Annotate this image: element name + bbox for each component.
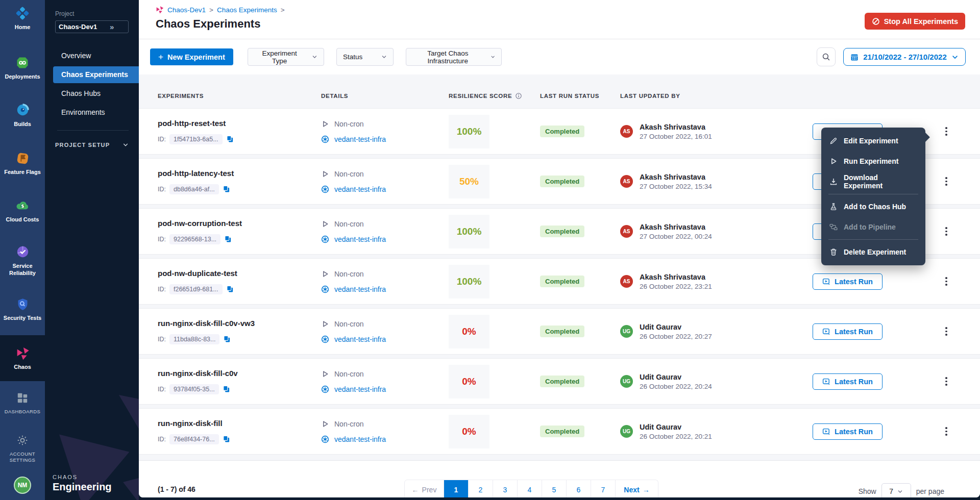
target-infrastructure-filter[interactable]: Target Chaos Infrastructure bbox=[406, 48, 502, 66]
next-page-button[interactable]: Next → bbox=[616, 480, 658, 497]
row-menu-button[interactable] bbox=[940, 224, 952, 239]
stop-all-experiments-button[interactable]: Stop All Experiments bbox=[865, 13, 965, 30]
kubernetes-icon bbox=[321, 185, 329, 193]
run-view-icon bbox=[822, 378, 830, 386]
infrastructure-link[interactable]: vedant-test-infra bbox=[334, 285, 386, 293]
rail-item-builds[interactable]: Builds bbox=[0, 97, 45, 133]
row-menu-button[interactable] bbox=[940, 374, 952, 389]
rail-item-feature-flags[interactable]: Feature Flags bbox=[0, 145, 45, 181]
row-menu-button[interactable] bbox=[940, 274, 952, 289]
copy-icon[interactable] bbox=[223, 435, 230, 443]
rail-item-account-settings[interactable]: ACCOUNT SETTINGS bbox=[0, 427, 45, 468]
user-avatar[interactable]: NM bbox=[14, 477, 31, 494]
prev-label: Prev bbox=[422, 486, 437, 494]
search-button[interactable] bbox=[817, 47, 836, 66]
experiment-name[interactable]: pod-http-latency-test bbox=[158, 169, 321, 178]
page-button-3[interactable]: 3 bbox=[493, 480, 518, 497]
latest-run-button[interactable]: Latest Run bbox=[813, 273, 883, 290]
schedule-type: Non-cron bbox=[334, 320, 364, 328]
latest-run-button[interactable]: Latest Run bbox=[813, 373, 883, 390]
page-button-5[interactable]: 5 bbox=[542, 480, 567, 497]
rail-item-security-tests[interactable]: Security Tests bbox=[0, 291, 45, 327]
row-menu-button[interactable] bbox=[940, 124, 952, 139]
page-button-4[interactable]: 4 bbox=[518, 480, 542, 497]
arrow-left-icon: ← bbox=[412, 486, 419, 494]
experiment-name[interactable]: run-nginx-disk-fill-c0v bbox=[158, 369, 321, 378]
play-icon bbox=[829, 157, 838, 165]
kubernetes-icon bbox=[321, 285, 329, 293]
status-filter[interactable]: Status bbox=[336, 48, 394, 66]
sidebar-item-environments[interactable]: Environments bbox=[53, 104, 139, 121]
row-menu-button[interactable] bbox=[940, 174, 952, 189]
rail-item-dashboards[interactable]: DASHBOARDS bbox=[0, 385, 45, 420]
infrastructure-link[interactable]: vedant-test-infra bbox=[334, 235, 386, 243]
pagination-summary: (1 - 7) of 46 bbox=[158, 485, 195, 493]
experiment-name[interactable]: run-nginx-disk-fill-c0v-vw3 bbox=[158, 319, 321, 328]
page-button-2[interactable]: 2 bbox=[469, 480, 493, 497]
chevron-down-icon bbox=[312, 54, 317, 60]
infrastructure-link[interactable]: vedant-test-infra bbox=[334, 185, 386, 193]
sidebar-item-overview[interactable]: Overview bbox=[53, 47, 139, 64]
prev-page-button[interactable]: ← Prev bbox=[404, 480, 444, 497]
rail-item-home[interactable]: Home bbox=[0, 0, 45, 36]
menu-item-delete-experiment[interactable]: Delete Experiment bbox=[821, 242, 925, 262]
infrastructure-link[interactable]: vedant-test-infra bbox=[334, 335, 386, 343]
page-button-1[interactable]: 1 bbox=[444, 480, 469, 497]
schedule-type: Non-cron bbox=[334, 170, 364, 178]
page-size-select[interactable]: 7 bbox=[881, 483, 911, 497]
date-range-picker[interactable]: 21/10/2022 - 27/10/2022 bbox=[843, 48, 966, 66]
collapse-sidebar-icon[interactable]: » bbox=[110, 22, 114, 31]
row-menu-button[interactable] bbox=[940, 424, 952, 439]
info-icon[interactable] bbox=[515, 92, 522, 99]
sidebar-item-chaos-experiments[interactable]: Chaos Experiments bbox=[53, 66, 139, 83]
menu-item-add-to-chaos-hub[interactable]: Add to Chaos Hub bbox=[821, 196, 925, 217]
experiment-type-filter[interactable]: Experiment Type bbox=[248, 48, 324, 66]
project-selector[interactable]: » bbox=[55, 20, 129, 33]
menu-item-run-experiment[interactable]: Run Experiment bbox=[821, 151, 925, 171]
infrastructure-link[interactable]: vedant-test-infra bbox=[334, 135, 386, 143]
copy-icon[interactable] bbox=[226, 135, 234, 143]
sidebar-item-chaos-hubs[interactable]: Chaos Hubs bbox=[53, 85, 139, 102]
latest-run-button[interactable]: Latest Run bbox=[813, 323, 883, 340]
project-setup-toggle[interactable]: PROJECT SETUP bbox=[55, 142, 129, 148]
schedule-type: Non-cron bbox=[334, 220, 364, 228]
pagination-pages: ← Prev 1 2 3 4 5 6 7 Next → bbox=[404, 480, 658, 497]
rail-item-service-reliability[interactable]: Service Reliability bbox=[0, 239, 45, 282]
table-row[interactable]: run-nginx-disk-fill ID:76e8f434-76... No… bbox=[139, 408, 980, 455]
experiment-name[interactable]: pod-nw-corruption-test bbox=[158, 219, 321, 228]
menu-divider bbox=[828, 239, 918, 240]
copy-icon[interactable] bbox=[224, 235, 232, 243]
service-reliability-icon bbox=[15, 244, 30, 260]
chevron-down-icon bbox=[491, 54, 495, 60]
menu-item-download-experiment[interactable]: Download Experiment bbox=[821, 171, 925, 192]
infrastructure-link[interactable]: vedant-test-infra bbox=[334, 385, 386, 393]
page-button-6[interactable]: 6 bbox=[567, 480, 591, 497]
page-button-7[interactable]: 7 bbox=[591, 480, 616, 497]
next-label: Next bbox=[624, 486, 639, 494]
rail-item-cloud-costs[interactable]: Cloud Costs bbox=[0, 192, 45, 229]
experiment-name[interactable]: run-nginx-disk-fill bbox=[158, 419, 321, 428]
pencil-icon bbox=[829, 137, 838, 145]
new-experiment-button[interactable]: + New Experiment bbox=[150, 48, 233, 65]
rail-item-deployments[interactable]: Deployments bbox=[0, 49, 45, 86]
deployments-icon bbox=[15, 55, 30, 70]
menu-item-edit-experiment[interactable]: Edit Experiment bbox=[821, 131, 925, 151]
experiment-name[interactable]: pod-http-reset-test bbox=[158, 119, 321, 128]
updated-date: 27 October 2022, 00:24 bbox=[640, 233, 712, 240]
table-row[interactable]: run-nginx-disk-fill-c0v ID:93784f05-35..… bbox=[139, 358, 980, 405]
experiment-name[interactable]: pod-nw-duplicate-test bbox=[158, 269, 321, 278]
breadcrumb-experiments-link[interactable]: Chaos Experiments bbox=[217, 6, 277, 14]
row-menu-button[interactable] bbox=[940, 324, 952, 339]
status-badge: Completed bbox=[540, 126, 584, 137]
infrastructure-link[interactable]: vedant-test-infra bbox=[334, 435, 386, 443]
copy-icon[interactable] bbox=[226, 285, 234, 293]
table-row[interactable]: run-nginx-disk-fill-c0v-vw3 ID:11bda88c-… bbox=[139, 308, 980, 355]
latest-run-button[interactable]: Latest Run bbox=[813, 423, 883, 440]
project-name-input[interactable] bbox=[59, 23, 110, 31]
copy-icon[interactable] bbox=[223, 335, 231, 343]
table-header: EXPERIMENTS DETAILS RESILIENCE SCORE LAS… bbox=[139, 74, 980, 108]
rail-item-chaos[interactable]: Chaos bbox=[0, 335, 45, 381]
copy-icon[interactable] bbox=[223, 185, 230, 193]
copy-icon[interactable] bbox=[223, 385, 230, 393]
breadcrumb-project-link[interactable]: Chaos-Dev1 bbox=[167, 6, 206, 14]
